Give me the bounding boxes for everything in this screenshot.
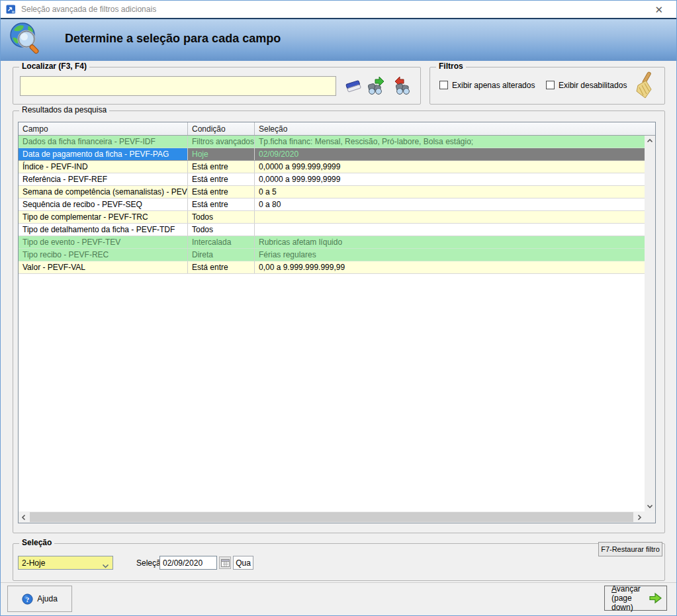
cell-campo: Referência - PEVF-REF: [19, 173, 188, 185]
search-next-binoculars-icon[interactable]: [366, 75, 388, 95]
window-title: Seleção avançada de filtros adicionais: [21, 5, 156, 14]
table-row[interactable]: Data de pagamento da ficha - PEVF-PAG Ho…: [19, 148, 645, 161]
advance-button[interactable]: Avançar (page down): [604, 586, 667, 611]
help-button[interactable]: ? Ajuda: [7, 586, 72, 612]
globe-search-icon: [9, 22, 42, 58]
selection-date-input[interactable]: [159, 556, 217, 570]
table-row[interactable]: Valor - PEVF-VAL Está entre 0,00 a 9.999…: [19, 261, 645, 274]
help-button-label: Ajuda: [37, 594, 58, 603]
advance-button-label: Avançar: [611, 584, 645, 594]
broom-clear-filters-icon[interactable]: [630, 71, 656, 101]
table-body: Dados da ficha financeira - PEVF-IDF Fil…: [19, 136, 645, 274]
weekday-display: Qua: [233, 556, 253, 570]
scroll-left-icon[interactable]: [19, 511, 29, 523]
checkbox-label-apenas-alterados: Exibir apenas alterados: [452, 81, 535, 90]
cell-campo: Tipo de evento - PEVF-TEV: [19, 236, 188, 248]
group-selecao-label: Seleção: [19, 538, 54, 547]
group-localizar-label: Localizar (F3, F4): [19, 62, 89, 71]
horizontal-scroll-thumb[interactable]: [30, 512, 633, 522]
search-input[interactable]: [20, 76, 336, 96]
group-filtros: Filtros Exibir apenas alterados Exibir d…: [429, 67, 665, 105]
page-title: Determine a seleção para cada campo: [65, 32, 281, 46]
cell-condicao: Todos: [188, 224, 255, 236]
cell-condicao: Direta: [188, 249, 255, 261]
selection-mode-value: 2-Hoje: [22, 558, 45, 568]
table-row[interactable]: Tipo de detalhamento da ficha - PEVF-TDF…: [19, 224, 645, 236]
column-header-condicao[interactable]: Condição: [188, 122, 255, 135]
table-row[interactable]: Referência - PEVF-REF Está entre 0,0000 …: [19, 173, 645, 186]
chevron-down-icon: [102, 561, 109, 570]
help-question-icon: ?: [22, 594, 33, 605]
cell-condicao: Todos: [188, 211, 255, 223]
cell-selecao: 0 a 80: [255, 198, 645, 210]
cell-selecao: [255, 224, 645, 236]
cell-campo: Tipo de complementar - PEVF-TRC: [19, 211, 188, 223]
advance-arrow-icon: [649, 592, 662, 604]
cell-condicao: Hoje: [188, 148, 255, 160]
close-icon[interactable]: ✕: [651, 3, 667, 17]
selection-mode-dropdown[interactable]: 2-Hoje: [18, 556, 113, 570]
cell-campo: Valor - PEVF-VAL: [19, 261, 188, 273]
calendar-icon[interactable]: [219, 556, 231, 569]
cell-campo: Tipo de detalhamento da ficha - PEVF-TDF: [19, 224, 188, 236]
cell-campo: Tipo recibo - PEVF-REC: [19, 249, 188, 261]
cell-condicao: Está entre: [188, 261, 255, 273]
cell-selecao: Férias regulares: [255, 249, 645, 261]
dialog-window: Seleção avançada de filtros adicionais ✕…: [0, 0, 677, 616]
cell-condicao: Está entre: [188, 161, 255, 173]
scrollbar-corner: [645, 511, 655, 523]
cell-selecao: Tp.ficha financ: Mensal, Rescisão, Pró-l…: [255, 136, 645, 148]
table-header-row: Campo Condição Seleção: [19, 122, 655, 136]
table-row[interactable]: Tipo de complementar - PEVF-TRC Todos: [19, 211, 645, 224]
checkbox-exibir-apenas-alterados[interactable]: [439, 81, 448, 89]
group-resultados-label: Resultados da pesquisa: [19, 105, 109, 114]
cell-campo: Semana de competência (semanalistas) - P…: [19, 186, 188, 198]
cell-selecao: 0,00 a 9.999.999.999,99: [255, 261, 645, 273]
table-row[interactable]: Semana de competência (semanalistas) - P…: [19, 186, 645, 198]
restore-filter-button[interactable]: F7-Restaurar filtro: [598, 542, 662, 556]
svg-text:?: ?: [26, 595, 30, 603]
cell-selecao: 0,0000 a 999.999,9999: [255, 173, 645, 185]
search-previous-binoculars-icon[interactable]: [390, 75, 413, 95]
checkbox-exibir-desabilitados[interactable]: [546, 81, 555, 89]
cell-campo: Data de pagamento da ficha - PEVF-PAG: [19, 148, 188, 160]
table-row[interactable]: Tipo recibo - PEVF-REC Direta Férias reg…: [19, 249, 645, 261]
cell-selecao: 02/09/2020: [255, 148, 645, 160]
cell-campo: Dados da ficha financeira - PEVF-IDF: [19, 136, 188, 148]
cell-selecao: Rubricas afetam líquido: [255, 236, 645, 248]
column-header-campo[interactable]: Campo: [19, 122, 188, 135]
cell-selecao: [255, 211, 645, 223]
checkbox-label-desabilitados: Exibir desabilitados: [559, 81, 627, 90]
scroll-right-icon[interactable]: [634, 511, 645, 523]
cell-condicao: Está entre: [188, 198, 255, 210]
cell-selecao: 0 a 5: [255, 186, 645, 198]
header-banner: Determine a seleção para cada campo: [1, 18, 676, 61]
table-row[interactable]: Sequência de recibo - PEVF-SEQ Está entr…: [19, 198, 645, 211]
column-header-selecao[interactable]: Seleção: [255, 122, 655, 135]
table-row[interactable]: Dados da ficha financeira - PEVF-IDF Fil…: [19, 136, 645, 148]
scroll-up-icon[interactable]: [645, 136, 655, 146]
group-filtros-label: Filtros: [436, 62, 466, 71]
table-row[interactable]: Tipo de evento - PEVF-TEV Intercalada Ru…: [19, 236, 645, 249]
app-icon: [6, 5, 16, 14]
vertical-scrollbar[interactable]: [645, 136, 655, 511]
advance-button-sublabel: (page down): [611, 594, 645, 612]
group-localizar: Localizar (F3, F4): [13, 67, 421, 105]
cell-condicao: Está entre: [188, 186, 255, 198]
cell-condicao: Filtros avançados: [188, 136, 255, 148]
scroll-down-icon[interactable]: [645, 501, 655, 511]
results-table: Campo Condição Seleção Dados da ficha fi…: [18, 122, 656, 523]
footer-divider: [1, 582, 676, 583]
cell-campo: Índice - PEVF-IND: [19, 161, 188, 173]
cell-condicao: Está entre: [188, 173, 255, 185]
table-row[interactable]: Índice - PEVF-IND Está entre 0,0000 a 99…: [19, 161, 645, 173]
clear-eraser-button[interactable]: [343, 76, 365, 96]
horizontal-scrollbar[interactable]: [19, 511, 645, 523]
cell-selecao: 0,0000 a 999.999,9999: [255, 161, 645, 173]
cell-campo: Sequência de recibo - PEVF-SEQ: [19, 198, 188, 210]
cell-condicao: Intercalada: [188, 236, 255, 248]
title-bar: Seleção avançada de filtros adicionais ✕: [1, 1, 676, 18]
